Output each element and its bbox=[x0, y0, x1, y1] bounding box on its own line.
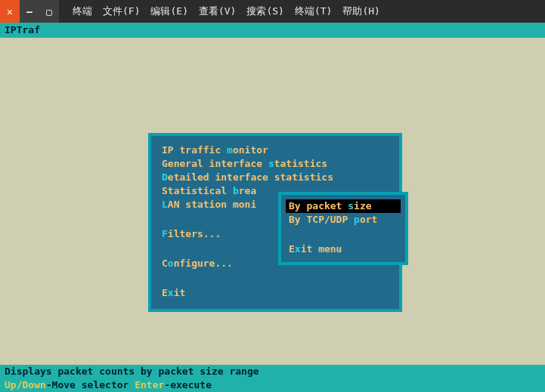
submenu-by-tcp-udp-port[interactable]: By TCP/UDP port bbox=[286, 213, 401, 227]
hotkey: x bbox=[295, 243, 301, 255]
hotkey: b bbox=[233, 185, 239, 196]
status-description: Displays packet counts by packet size ra… bbox=[0, 365, 545, 378]
submenu-breakdowns: By packet size By TCP/UDP port Exit menu bbox=[278, 192, 408, 265]
maximize-button[interactable]: ▢ bbox=[39, 0, 59, 23]
separator bbox=[151, 278, 399, 279]
close-button[interactable]: ✕ bbox=[0, 0, 20, 23]
hotkey: D bbox=[162, 171, 168, 183]
hotkey: o bbox=[168, 258, 174, 269]
menubar: 终端 文件(F) 编辑(E) 查看(V) 搜索(S) 终端(T) 帮助(H) bbox=[73, 5, 380, 18]
submenu-exit[interactable]: Exit menu bbox=[286, 242, 401, 256]
titlebar: ✕ — ▢ 终端 文件(F) 编辑(E) 查看(V) 搜索(S) 终端(T) 帮… bbox=[0, 0, 545, 23]
terminal-area: IPTraf IP traffic monitor General interf… bbox=[0, 23, 545, 392]
window-controls: ✕ — ▢ bbox=[0, 0, 59, 23]
status-help: Up/Down-Move selector Enter-execute bbox=[0, 378, 545, 392]
separator bbox=[275, 234, 411, 235]
minimize-button[interactable]: — bbox=[20, 0, 39, 23]
menu-ip-monitor[interactable]: IP traffic monitor bbox=[162, 144, 389, 157]
menu-general-if-stats[interactable]: General interface statistics bbox=[162, 157, 389, 171]
hotkey: s bbox=[348, 200, 354, 211]
hotkey: m bbox=[227, 144, 233, 156]
menu-terminal2[interactable]: 终端(T) bbox=[295, 5, 332, 18]
iptraf-header: IPTraf bbox=[0, 23, 545, 38]
submenu-by-packet-size[interactable]: By packet size bbox=[286, 199, 401, 213]
menu-view[interactable]: 查看(V) bbox=[199, 5, 236, 18]
menu-terminal[interactable]: 终端 bbox=[73, 5, 92, 18]
hotkey: p bbox=[354, 214, 360, 225]
menu-help[interactable]: 帮助(H) bbox=[342, 5, 379, 18]
menu-file[interactable]: 文件(F) bbox=[103, 5, 140, 18]
key-updown: Up/Down bbox=[5, 379, 46, 390]
hotkey: F bbox=[162, 228, 168, 239]
hotkey: s bbox=[268, 158, 274, 169]
menu-exit[interactable]: Exit bbox=[162, 286, 389, 300]
hotkey: x bbox=[168, 287, 174, 298]
key-enter: Enter bbox=[135, 379, 164, 390]
menu-detailed-if-stats[interactable]: Detailed interface statistics bbox=[162, 171, 389, 184]
menu-edit[interactable]: 编辑(E) bbox=[150, 5, 187, 18]
menu-search[interactable]: 搜索(S) bbox=[246, 5, 283, 18]
hotkey: L bbox=[162, 199, 168, 210]
